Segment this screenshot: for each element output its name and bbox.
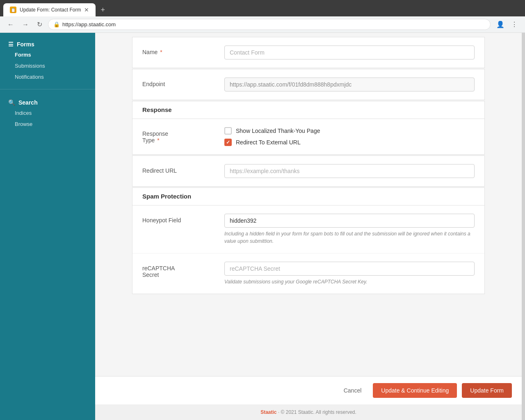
scroll-area: Name * Endpoint (95, 33, 522, 376)
forward-button[interactable]: → (20, 19, 31, 30)
localized-label: Show Localized Thank-You Page (236, 128, 320, 134)
response-type-field: Show Localized Thank-You Page Redirect T… (224, 127, 475, 146)
honeypot-help-text: Including a hidden field in your form fo… (224, 230, 475, 245)
recaptcha-help-text: Validate submissions using your Google r… (224, 278, 475, 285)
honeypot-input[interactable] (224, 214, 475, 228)
honeypot-row: Honeypot Field Including a hidden field … (132, 205, 484, 253)
recaptcha-row: reCAPTCHASecret Validate submissions usi… (132, 253, 484, 294)
url-text: https://app.staatic.com (62, 21, 485, 27)
main-content: Name * Endpoint (95, 33, 522, 420)
search-section-label: Search (18, 99, 38, 106)
sidebar-item-submissions[interactable]: Submissions (0, 60, 95, 71)
forms-icon: ☰ (8, 41, 14, 48)
name-input[interactable] (224, 46, 475, 59)
lock-icon: 🔒 (53, 21, 60, 27)
name-field (224, 46, 475, 59)
tab-title: Update Form: Contact Form (20, 7, 81, 13)
browser-chrome: 📋 Update Form: Contact Form ✕ + ← → ↻ 🔒 … (0, 0, 525, 33)
recaptcha-label: reCAPTCHASecret (142, 262, 224, 278)
redirect-url-input[interactable] (224, 164, 475, 178)
app-layout: ☰ Forms Forms Submissions Notifications … (0, 33, 525, 420)
action-bar: Cancel Update & Continue Editing Update … (95, 376, 522, 404)
spam-section: Spam Protection Honeypot Field Including… (132, 187, 485, 294)
name-row: Name * (132, 37, 484, 68)
menu-button[interactable]: ⋮ (509, 19, 520, 30)
scrollbar[interactable] (522, 33, 525, 420)
redirect-url-label: Redirect URL (142, 164, 224, 174)
spam-section-header: Spam Protection (132, 188, 484, 205)
name-label: Name * (142, 46, 224, 55)
forms-section-header: ☰ Forms (0, 38, 95, 49)
redirect-label: Redirect To External URL (236, 139, 301, 146)
sidebar-item-indices[interactable]: Indices (0, 107, 95, 119)
redirect-url-field (224, 164, 475, 178)
active-tab[interactable]: 📋 Update Form: Contact Form ✕ (3, 3, 96, 16)
form-container: Name * Endpoint (124, 37, 493, 294)
localized-checkbox[interactable] (224, 127, 232, 135)
search-section-header: 🔍 Search (0, 96, 95, 107)
sidebar: ☰ Forms Forms Submissions Notifications … (0, 33, 95, 420)
search-icon: 🔍 (8, 99, 15, 106)
sidebar-divider (0, 89, 95, 89)
honeypot-label: Honeypot Field (142, 214, 224, 224)
response-section: Response ResponseType * Show Localized T… (132, 101, 485, 155)
endpoint-field (224, 78, 475, 91)
response-section-title: Response (142, 106, 172, 113)
tab-bar: 📋 Update Form: Contact Form ✕ + (0, 0, 525, 16)
endpoint-row: Endpoint (132, 69, 484, 100)
spam-section-title: Spam Protection (142, 193, 191, 200)
sidebar-item-browse[interactable]: Browse (0, 119, 95, 130)
browser-actions: 👤 ⋮ (494, 19, 520, 30)
response-section-header: Response (132, 101, 484, 119)
honeypot-field: Including a hidden field in your form fo… (224, 214, 475, 245)
footer-brand: Staatic (260, 409, 276, 415)
name-section: Name * (132, 37, 485, 68)
footer-separator: · (278, 409, 279, 415)
forms-section: ☰ Forms Forms Submissions Notifications (0, 33, 95, 87)
new-tab-button[interactable]: + (97, 4, 108, 16)
recaptcha-field: Validate submissions using your Google r… (224, 262, 475, 285)
redirect-url-section: Redirect URL (132, 155, 485, 187)
profile-button[interactable]: 👤 (494, 19, 507, 30)
name-required: * (158, 49, 162, 55)
back-button[interactable]: ← (5, 19, 16, 30)
refresh-button[interactable]: ↻ (34, 19, 45, 30)
footer: Staatic · © 2021 Staatic. All rights res… (95, 404, 522, 420)
browser-controls: ← → ↻ 🔒 https://app.staatic.com 👤 ⋮ (0, 16, 525, 33)
cancel-button[interactable]: Cancel (337, 383, 368, 398)
tab-close-button[interactable]: ✕ (84, 7, 89, 13)
endpoint-section: Endpoint (132, 69, 485, 100)
sidebar-item-notifications[interactable]: Notifications (0, 71, 95, 82)
update-form-button[interactable]: Update Form (462, 383, 512, 398)
tab-favicon: 📋 (10, 7, 16, 13)
response-type-required: * (155, 137, 159, 144)
response-type-label: ResponseType * (142, 127, 224, 144)
redirect-option: Redirect To External URL (224, 139, 475, 146)
response-type-row: ResponseType * Show Localized Thank-You … (132, 119, 484, 154)
address-bar[interactable]: 🔒 https://app.staatic.com (48, 19, 491, 30)
recaptcha-input[interactable] (224, 262, 475, 276)
redirect-checkbox[interactable] (224, 139, 232, 146)
endpoint-input[interactable] (224, 78, 475, 91)
endpoint-label: Endpoint (142, 78, 224, 87)
sidebar-item-forms[interactable]: Forms (0, 49, 95, 60)
footer-copyright: © 2021 Staatic. All rights reserved. (281, 409, 356, 415)
localized-option: Show Localized Thank-You Page (224, 127, 475, 135)
redirect-url-row: Redirect URL (132, 156, 484, 186)
search-section: 🔍 Search Indices Browse (0, 91, 95, 135)
update-continue-button[interactable]: Update & Continue Editing (373, 383, 457, 398)
forms-section-label: Forms (17, 41, 34, 48)
